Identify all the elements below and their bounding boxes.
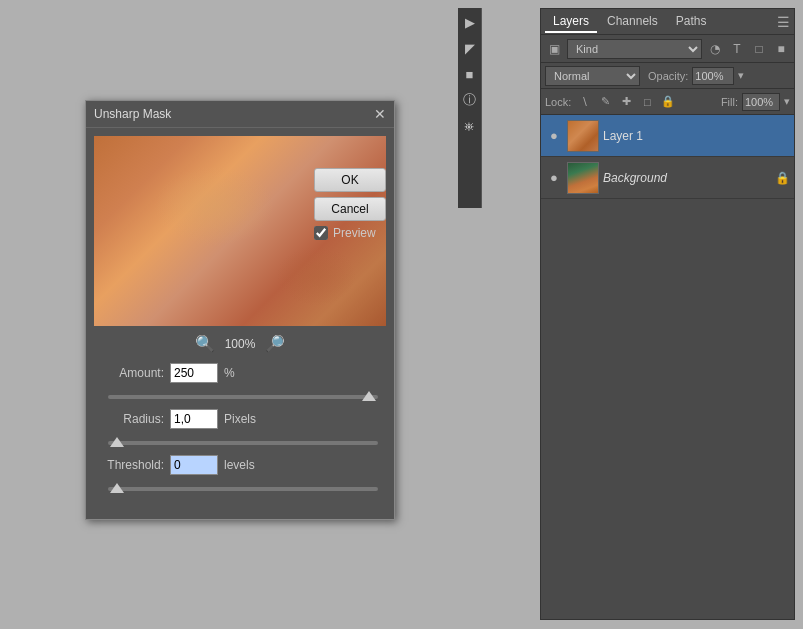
lock-fill-row: Lock: ∖ ✎ ✚ □ 🔒 Fill: ▾ <box>541 89 794 115</box>
zoom-in-icon[interactable]: 🔎 <box>265 334 285 353</box>
preview-controls: 🔍 100% 🔎 <box>94 332 386 355</box>
tool-icon-1[interactable]: ▶ <box>460 12 480 32</box>
opacity-input[interactable] <box>692 67 734 85</box>
radius-slider-row <box>94 437 386 447</box>
zoom-value: 100% <box>225 337 256 351</box>
amount-input[interactable] <box>170 363 218 383</box>
radius-unit: Pixels <box>224 412 256 426</box>
kind-icon-text[interactable]: T <box>728 40 746 58</box>
ok-button[interactable]: OK <box>314 168 386 192</box>
panel-header: Layers Channels Paths ☰ <box>541 9 794 35</box>
lock-all-icon[interactable]: 🔒 <box>659 93 677 111</box>
kind-icon-gradient[interactable]: ◔ <box>706 40 724 58</box>
tool-icon-info[interactable]: ⓘ <box>460 90 480 110</box>
amount-unit: % <box>224 366 235 380</box>
lock-pixels-icon[interactable]: ∖ <box>575 93 593 111</box>
lock-paint-icon[interactable]: ✎ <box>596 93 614 111</box>
layer-row-bg[interactable]: ● Background 🔒 <box>541 157 794 199</box>
radius-row: Radius: Pixels <box>94 407 386 431</box>
fill-input[interactable] <box>742 93 780 111</box>
blend-mode-select[interactable]: Normal <box>545 66 640 86</box>
threshold-label: Threshold: <box>94 458 164 472</box>
lock-badge-bg: 🔒 <box>775 171 790 185</box>
lock-icons: ∖ ✎ ✚ □ 🔒 <box>575 93 677 111</box>
panel-menu-icon[interactable]: ☰ <box>777 14 790 30</box>
dialog-titlebar: Unsharp Mask ✕ <box>86 101 394 128</box>
amount-row: Amount: % <box>94 361 386 385</box>
tool-icon-3[interactable]: ■ <box>460 64 480 84</box>
kind-icon-shape[interactable]: □ <box>750 40 768 58</box>
tab-channels[interactable]: Channels <box>599 11 666 33</box>
tab-paths[interactable]: Paths <box>668 11 715 33</box>
threshold-slider-track[interactable] <box>108 487 378 491</box>
cancel-button[interactable]: Cancel <box>314 197 386 221</box>
threshold-input[interactable] <box>170 455 218 475</box>
layer-row[interactable]: ● Layer 1 <box>541 115 794 157</box>
radius-slider-thumb[interactable] <box>110 437 124 447</box>
threshold-unit: levels <box>224 458 255 472</box>
layer-name-1: Layer 1 <box>603 129 790 143</box>
amount-slider-row <box>94 391 386 401</box>
lock-label: Lock: <box>545 96 571 108</box>
layers-panel: Layers Channels Paths ☰ ▣ Kind ◔ T □ ■ N… <box>540 8 795 620</box>
left-toolbar: ▶ ◤ ■ ⓘ ⛯ <box>458 8 482 208</box>
radius-label: Radius: <box>94 412 164 426</box>
radius-slider-track[interactable] <box>108 441 378 445</box>
opacity-label: Opacity: <box>648 70 688 82</box>
tool-icon-5[interactable]: ⛯ <box>460 116 480 136</box>
preview-checkbox-row: Preview <box>314 226 386 240</box>
lock-artboard-icon[interactable]: □ <box>638 93 656 111</box>
zoom-out-icon[interactable]: 🔍 <box>195 334 215 353</box>
amount-slider-track[interactable] <box>108 395 378 399</box>
kind-row: ▣ Kind ◔ T □ ■ <box>541 35 794 63</box>
amount-label: Amount: <box>94 366 164 380</box>
opacity-chevron-icon[interactable]: ▾ <box>738 69 744 82</box>
unsharp-mask-dialog: Unsharp Mask ✕ 🔍 100% 🔎 Amount: % <box>85 100 395 520</box>
kind-icon-image[interactable]: ▣ <box>545 40 563 58</box>
dialog-title: Unsharp Mask <box>94 107 171 121</box>
layer-name-bg: Background <box>603 171 771 185</box>
dialog-buttons: OK Cancel Preview <box>314 168 386 240</box>
tab-layers[interactable]: Layers <box>545 11 597 33</box>
fill-chevron-icon[interactable]: ▾ <box>784 95 790 108</box>
layer-thumbnail-bg <box>567 162 599 194</box>
lock-position-icon[interactable]: ✚ <box>617 93 635 111</box>
kind-select[interactable]: Kind <box>567 39 702 59</box>
amount-slider-thumb[interactable] <box>362 391 376 401</box>
tool-icon-2[interactable]: ◤ <box>460 38 480 58</box>
blend-opacity-row: Normal Opacity: ▾ <box>541 63 794 89</box>
kind-icon-smart[interactable]: ■ <box>772 40 790 58</box>
layers-list: ● Layer 1 ● Background 🔒 <box>541 115 794 619</box>
radius-input[interactable] <box>170 409 218 429</box>
threshold-row: Threshold: levels <box>94 453 386 477</box>
eye-icon-bg[interactable]: ● <box>545 169 563 187</box>
threshold-slider-row <box>94 483 386 493</box>
eye-icon-layer1[interactable]: ● <box>545 127 563 145</box>
fill-label: Fill: <box>721 96 738 108</box>
layer-thumbnail-1 <box>567 120 599 152</box>
preview-checkbox[interactable] <box>314 226 328 240</box>
close-button[interactable]: ✕ <box>374 107 386 121</box>
threshold-slider-thumb[interactable] <box>110 483 124 493</box>
preview-label: Preview <box>333 226 376 240</box>
